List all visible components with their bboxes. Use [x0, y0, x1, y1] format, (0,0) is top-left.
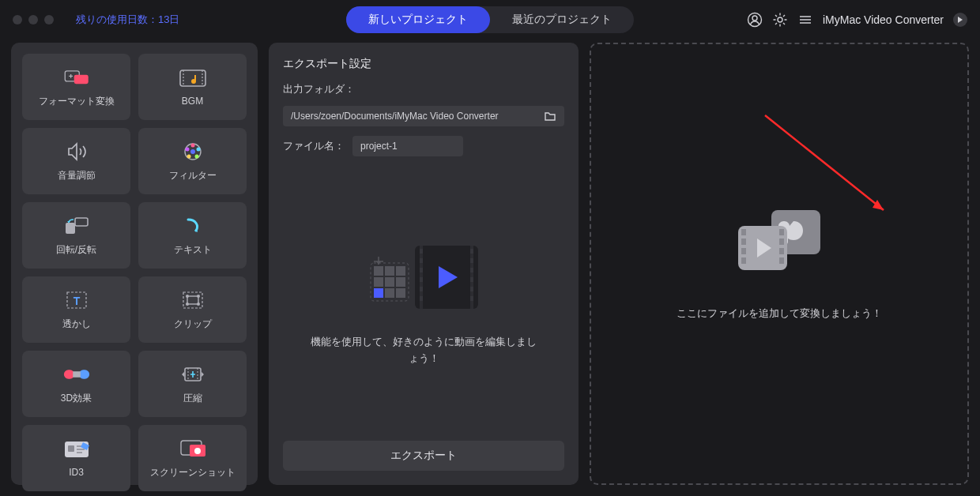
svg-rect-25	[78, 370, 89, 378]
menu-icon[interactable]	[797, 12, 813, 28]
close-window[interactable]	[13, 15, 22, 24]
tool-label: 回転/反転	[56, 243, 96, 257]
browse-folder-icon[interactable]	[544, 111, 556, 122]
svg-rect-49	[374, 266, 383, 276]
trial-days-remaining: 残りの使用日数：13日	[76, 13, 179, 27]
minimize-window[interactable]	[28, 15, 38, 24]
account-icon[interactable]	[747, 12, 763, 28]
app-play-icon	[953, 13, 967, 27]
tools-sidebar: フォーマット変換 BGM 音量調節 フィルター 回転/反転	[11, 43, 258, 485]
filter-icon	[179, 141, 207, 163]
format-convert-icon	[62, 66, 91, 88]
arrow-annotation	[757, 107, 915, 234]
tool-label: クリップ	[174, 318, 212, 331]
tab-new-project[interactable]: 新しいプロジェクト	[346, 6, 490, 33]
filename-label: ファイル名：	[283, 139, 345, 153]
tool-volume[interactable]: 音量調節	[22, 128, 130, 194]
zoom-window[interactable]	[44, 15, 54, 24]
svg-rect-69	[779, 257, 784, 264]
svg-rect-63	[741, 239, 746, 245]
svg-rect-41	[420, 296, 423, 301]
filename-input[interactable]	[352, 136, 463, 156]
tool-label: テキスト	[174, 243, 212, 257]
center-illustration: 機能を使用して、好きのように動画を編集しましょう！	[283, 166, 564, 441]
svg-rect-58	[374, 288, 383, 298]
export-panel: エクスポート設定 出力フォルダ： /Users/zoen/Documents/i…	[269, 43, 579, 485]
svg-point-8	[190, 149, 195, 154]
tool-label: フォーマット変換	[39, 95, 115, 108]
text-icon	[179, 215, 207, 237]
edit-video-illustration	[364, 239, 483, 318]
svg-rect-51	[396, 266, 405, 276]
svg-text:T: T	[73, 295, 80, 307]
svg-point-2	[778, 17, 782, 22]
tool-rotate[interactable]: 回転/反転	[22, 202, 130, 269]
file-dropzone[interactable]: ここにファイルを追加して変換しましょう！	[590, 43, 969, 485]
svg-rect-18	[183, 292, 202, 308]
svg-rect-47	[470, 296, 473, 301]
svg-point-32	[194, 448, 201, 454]
svg-rect-53	[385, 277, 394, 287]
svg-point-22	[186, 302, 189, 306]
center-message: 機能を使用して、好きのように動画を編集しましょう！	[283, 334, 564, 367]
tool-screenshot[interactable]: スクリーンショット	[138, 425, 247, 491]
window-controls	[13, 15, 54, 24]
svg-rect-19	[187, 296, 198, 304]
settings-icon[interactable]	[772, 12, 788, 28]
svg-rect-52	[374, 277, 383, 287]
svg-point-23	[197, 302, 200, 306]
clip-icon	[179, 289, 207, 311]
tool-label: スクリーンショット	[150, 466, 236, 479]
tool-label: フィルター	[169, 169, 217, 182]
svg-rect-36	[420, 249, 423, 254]
svg-rect-57	[396, 288, 405, 298]
svg-rect-54	[396, 277, 405, 287]
svg-point-1	[752, 16, 757, 21]
svg-rect-65	[741, 257, 746, 264]
svg-rect-56	[385, 288, 394, 298]
svg-point-11	[194, 154, 198, 158]
svg-rect-26	[73, 371, 80, 378]
tool-label: 音量調節	[58, 169, 96, 182]
svg-rect-64	[741, 248, 746, 254]
export-settings-header: エクスポート設定	[283, 57, 564, 71]
tool-clip[interactable]: クリップ	[138, 276, 247, 343]
export-button[interactable]: エクスポート	[283, 441, 564, 471]
svg-line-59	[765, 115, 884, 210]
svg-point-21	[197, 295, 200, 298]
tab-recent-project[interactable]: 最近のプロジェクト	[490, 6, 634, 33]
svg-rect-4	[74, 74, 88, 83]
tool-format-convert[interactable]: フォーマット変換	[22, 54, 130, 120]
tool-label: 3D効果	[61, 392, 92, 405]
tool-filter[interactable]: フィルター	[138, 128, 247, 194]
svg-rect-39	[420, 277, 423, 282]
titlebar: 残りの使用日数：13日 新しいプロジェクト 最近のプロジェクト iMyMac V…	[0, 0, 980, 39]
compress-icon	[179, 363, 207, 385]
volume-icon	[62, 141, 91, 163]
rotate-icon	[62, 215, 91, 237]
svg-rect-29	[68, 445, 74, 452]
3d-effect-icon	[62, 363, 91, 385]
svg-point-10	[196, 147, 200, 151]
svg-rect-14	[66, 223, 75, 234]
tool-3d-effect[interactable]: 3D効果	[22, 351, 130, 417]
tool-text[interactable]: テキスト	[138, 202, 247, 269]
svg-rect-38	[420, 268, 423, 272]
screenshot-icon	[179, 438, 207, 460]
tool-id3[interactable]: ID3	[22, 425, 130, 491]
svg-point-6	[191, 79, 196, 84]
tool-label: 圧縮	[183, 392, 202, 405]
output-folder-field[interactable]: /Users/zoen/Documents/iMyMac Video Conve…	[283, 106, 564, 126]
svg-rect-24	[63, 370, 74, 378]
id3-icon	[62, 438, 91, 460]
output-folder-label: 出力フォルダ：	[283, 82, 355, 96]
svg-rect-43	[470, 258, 473, 263]
svg-point-20	[186, 295, 189, 298]
project-tabs: 新しいプロジェクト 最近のプロジェクト	[346, 6, 634, 33]
svg-rect-46	[470, 287, 473, 291]
tool-compress[interactable]: 圧縮	[138, 351, 247, 417]
tool-watermark[interactable]: T 透かし	[22, 276, 130, 343]
svg-rect-67	[779, 239, 784, 245]
tool-bgm[interactable]: BGM	[138, 54, 247, 120]
output-folder-path: /Users/zoen/Documents/iMyMac Video Conve…	[291, 111, 539, 122]
